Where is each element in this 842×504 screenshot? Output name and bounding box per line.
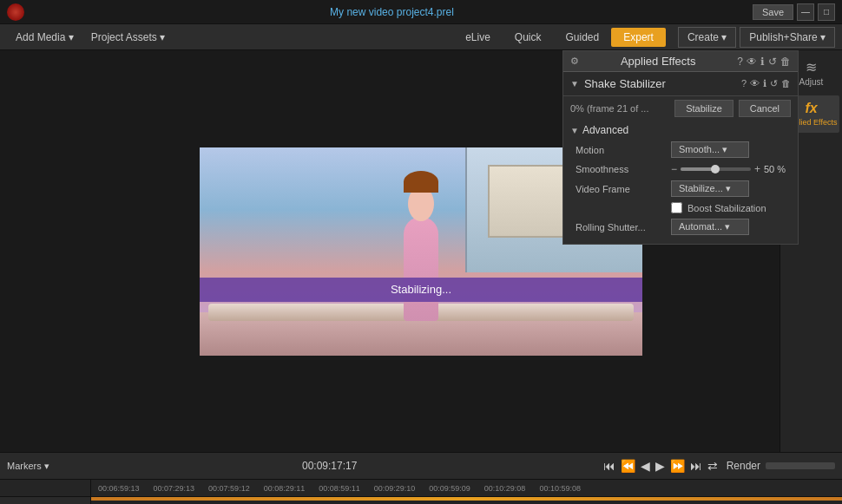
advanced-collapse-icon[interactable]: ▼ [570,126,579,135]
boost-stabilization-label: Boost Stabilization [687,203,766,213]
smoothness-thumb[interactable] [711,165,720,173]
boost-stabilization-checkbox[interactable] [671,202,682,213]
timeline-controls: Markers ▾ 00:09:17:17 ⏮ ⏪ ◀ ▶ ⏩ ⏭ ⇄ Rend… [0,452,842,480]
app-logo [7,3,24,21]
step-back-button[interactable]: ⏪ [621,459,635,473]
main-area: Stabilizing... ⚙ Applied Effects ? 👁 ℹ ↺… [0,50,842,452]
add-media-menu[interactable]: Add Media ▾ [7,24,82,50]
minimize-button[interactable]: — [797,3,814,21]
shake-visibility-icon[interactable]: 👁 [750,78,760,89]
boost-stabilization-row: Boost Stabilization [570,202,791,213]
stabilizing-overlay: Stabilizing... [200,278,642,302]
rolling-shutter-label: Rolling Shutter... [576,222,671,232]
ruler-tick: 00:08:59:11 [312,484,367,493]
tab-elive[interactable]: eLive [453,28,503,47]
create-button[interactable]: Create ▾ [678,27,736,48]
ruler-tick: 00:10:29:08 [477,484,533,493]
advanced-section: ▼ Advanced Motion Smooth... ▾ Smoothness… [563,121,798,244]
track-label-audio3: ▶ 🔊 Audio 3 [0,497,90,504]
tracks-area: ▶ 🔊 Audio 3 ▶ 📹 Video 2 ▶ 🔊 Audio 2 ▼ 📹 [0,497,842,504]
play-back-button[interactable]: ◀ [641,459,650,473]
progress-text: 0% (frame 21 of ... [570,103,669,114]
panel-visibility-icon[interactable]: 👁 [747,56,757,68]
timecode-display: 00:09:17:17 [239,460,421,472]
project-assets-menu[interactable]: Project Assets ▾ [82,24,174,50]
smoothness-value: 50 % [764,164,786,174]
video-frame-label: Video Frame [576,184,671,194]
panel-reset-icon[interactable]: ↺ [768,56,777,68]
go-to-end-button[interactable]: ⏭ [690,459,702,473]
timeline: 00:06:59:13 00:07:29:13 00:07:59:12 00:0… [0,480,842,504]
ruler-tick: 00:07:29:13 [147,484,202,493]
smoothness-label: Smoothness [576,164,671,174]
shake-stabilizer-row: ▼ Shake Stabilizer ? 👁 ℹ ↺ 🗑 [563,72,798,96]
panel-info-icon[interactable]: ℹ [760,56,765,68]
tracks-content: ✕ [91,497,842,504]
video-frame-dropdown[interactable]: Stabilize... ▾ [671,180,749,197]
ruler-tick: 00:06:59:13 [91,484,147,493]
tab-expert[interactable]: Expert [611,28,666,47]
play-button[interactable]: ▶ [655,459,665,473]
effects-panel-title: Applied Effects [579,55,737,68]
smoothness-fill [681,167,715,171]
shake-help-icon[interactable]: ? [741,78,747,89]
effects-panel-header: ⚙ Applied Effects ? 👁 ℹ ↺ 🗑 [563,51,798,72]
cancel-button[interactable]: Cancel [739,100,791,117]
shake-info-icon[interactable]: ℹ [763,78,766,89]
stabilize-button[interactable]: Stabilize [674,100,733,117]
panel-help-icon[interactable]: ? [737,56,743,68]
track-labels: ▶ 🔊 Audio 3 ▶ 📹 Video 2 ▶ 🔊 Audio 2 ▼ 📹 [0,497,91,504]
smoothness-row: Smoothness − + 50 % [570,163,791,175]
top-bar: My new video project4.prel Save — □ [0,0,842,24]
rolling-shutter-row: Rolling Shutter... Automat... ▾ [570,219,791,235]
smoothness-slider[interactable] [681,167,751,171]
video-frame-row: Video Frame Stabilize... ▾ [570,180,791,197]
project-name: My new video project4.prel [31,6,753,18]
loop-button[interactable]: ⇄ [707,459,718,473]
effects-panel: ⚙ Applied Effects ? 👁 ℹ ↺ 🗑 ▼ Shake Stab… [562,50,799,245]
smoothness-minus[interactable]: − [671,163,677,175]
render-bar [766,462,835,469]
save-button[interactable]: Save [753,4,793,20]
panel-settings-icon[interactable]: ⚙ [570,56,579,67]
menu-bar: Add Media ▾ Project Assets ▾ eLive Quick… [0,24,842,50]
advanced-label: Advanced [582,124,628,136]
motion-row: Motion Smooth... ▾ [570,141,791,158]
ruler-tick: 00:10:59:08 [532,484,588,493]
tab-quick[interactable]: Quick [503,28,554,47]
maximize-button[interactable]: □ [818,3,835,21]
ruler-tick: 00:09:29:10 [367,484,423,493]
ruler-tick: 00:08:29:11 [257,484,312,493]
motion-dropdown[interactable]: Smooth... ▾ [671,141,749,158]
go-to-start-button[interactable]: ⏮ [603,459,615,473]
motion-label: Motion [576,145,671,155]
ruler-tick: 00:09:59:09 [422,484,477,493]
stabilize-cancel-row: 0% (frame 21 of ... Stabilize Cancel [563,96,798,121]
transport-controls: ⏮ ⏪ ◀ ▶ ⏩ ⏭ ⇄ [603,459,718,473]
right-buttons: Create ▾ Publish+Share ▾ [674,27,835,48]
collapse-icon[interactable]: ▼ [570,79,579,88]
ruler-tick: 00:07:59:12 [201,484,257,493]
shake-reset-icon[interactable]: ↺ [770,78,778,89]
panel-delete-icon[interactable]: 🗑 [780,56,791,68]
rolling-shutter-dropdown[interactable]: Automat... ▾ [671,219,749,235]
step-forward-button[interactable]: ⏩ [670,459,685,473]
advanced-header: ▼ Advanced [570,124,791,136]
shake-delete-icon[interactable]: 🗑 [781,78,791,89]
tab-guided[interactable]: Guided [554,28,612,47]
timeline-ruler: 00:06:59:13 00:07:29:13 00:07:59:12 00:0… [91,480,842,496]
timeline-highlight-bar [91,497,842,501]
markers-button[interactable]: Markers ▾ [7,461,49,472]
timeline-header: 00:06:59:13 00:07:29:13 00:07:59:12 00:0… [0,480,842,497]
shake-stabilizer-title: Shake Stabilizer [584,77,741,90]
mode-tabs: eLive Quick Guided Expert [453,28,666,47]
publish-share-button[interactable]: Publish+Share ▾ [740,27,835,48]
render-label: Render [727,460,760,472]
smoothness-plus[interactable]: + [754,163,760,175]
